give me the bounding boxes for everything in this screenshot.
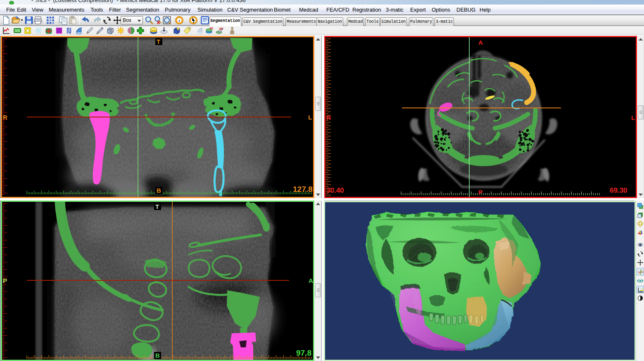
svg-text:3D: 3D xyxy=(209,27,213,30)
svg-text:A: A xyxy=(309,277,313,284)
svg-text:3D: 3D xyxy=(219,27,223,30)
svg-text:L: L xyxy=(631,114,635,121)
svg-text:T: T xyxy=(155,203,159,210)
svg-text:97.8: 97.8 xyxy=(296,349,311,357)
svg-text:A: A xyxy=(478,39,483,46)
svg-text:T: T xyxy=(157,38,160,45)
svg-text:B: B xyxy=(157,187,161,194)
svg-text:B: B xyxy=(155,352,160,359)
svg-text:L: L xyxy=(308,114,312,121)
svg-text:30.40: 30.40 xyxy=(326,186,344,194)
svg-text:69.30: 69.30 xyxy=(610,186,627,194)
svg-text:R: R xyxy=(326,114,331,121)
svg-text:R: R xyxy=(3,114,7,121)
svg-text:127.8: 127.8 xyxy=(293,185,313,194)
svg-text:P: P xyxy=(3,277,7,284)
svg-text:P: P xyxy=(478,189,482,196)
